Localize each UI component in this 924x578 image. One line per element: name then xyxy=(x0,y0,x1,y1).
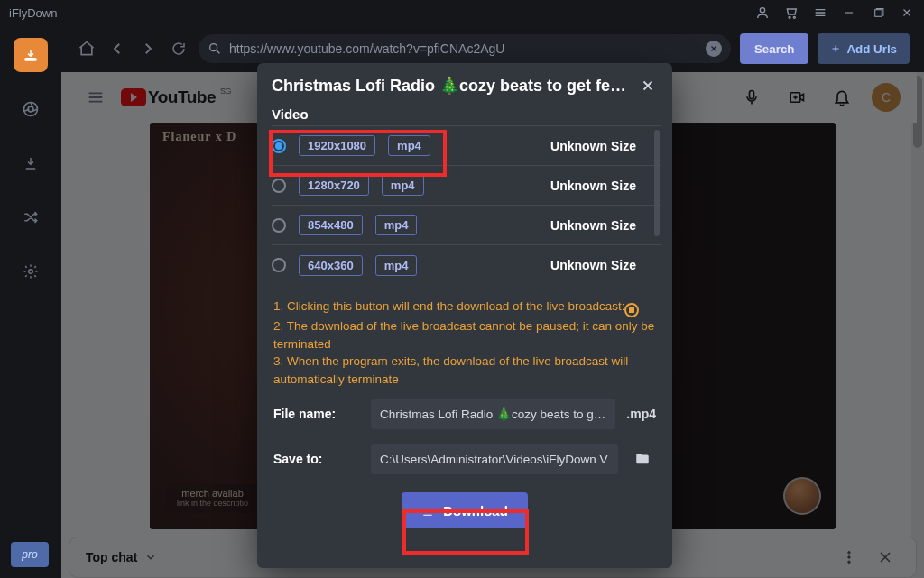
option-size: Unknown Size xyxy=(550,218,636,233)
svg-point-8 xyxy=(210,44,217,51)
stop-icon xyxy=(624,303,639,317)
download-modal: Christmas Lofi Radio 🎄cozy beats to get … xyxy=(257,63,672,568)
search-icon xyxy=(208,41,222,56)
option-radio[interactable] xyxy=(272,139,286,153)
section-video-label: Video xyxy=(257,101,672,125)
resolution-chip: 1280x720 xyxy=(299,175,369,196)
option-radio[interactable] xyxy=(272,258,286,272)
filename-input[interactable] xyxy=(371,399,615,429)
svg-point-1 xyxy=(789,16,790,18)
url-input[interactable] xyxy=(229,41,698,56)
live-broadcast-notes: 1. Clicking this button will end the dow… xyxy=(257,285,672,391)
window-maximize-icon[interactable] xyxy=(870,5,886,21)
format-chip: mp4 xyxy=(382,175,424,196)
sidebar-settings-button[interactable] xyxy=(14,254,48,289)
filename-row: File name: .mp4 xyxy=(257,391,672,436)
pro-badge[interactable]: pro xyxy=(11,542,49,567)
format-chip: mp4 xyxy=(375,255,418,276)
sidebar-downloader-button[interactable] xyxy=(14,38,48,72)
clear-url-icon[interactable] xyxy=(706,41,722,57)
download-button[interactable]: Download xyxy=(402,492,528,528)
filename-ext: .mp4 xyxy=(626,407,656,421)
download-arrow-icon xyxy=(421,504,434,517)
add-urls-button[interactable]: Add Urls xyxy=(818,33,910,64)
nav-forward-icon[interactable] xyxy=(137,38,159,60)
option-radio[interactable] xyxy=(272,179,286,193)
svg-point-0 xyxy=(760,8,764,13)
reload-icon[interactable] xyxy=(168,38,189,60)
options-scrollbar[interactable] xyxy=(654,130,660,236)
option-size: Unknown Size xyxy=(550,139,636,153)
format-chip: mp4 xyxy=(388,135,430,156)
search-button[interactable]: Search xyxy=(740,33,808,64)
nav-back-icon[interactable] xyxy=(106,38,128,60)
sidebar-downloads-button[interactable] xyxy=(14,146,48,180)
svg-point-5 xyxy=(24,103,38,116)
app-titlebar: iFlyDown xyxy=(0,0,924,25)
cart-icon[interactable] xyxy=(783,5,799,21)
plus-icon xyxy=(830,43,841,54)
note-line-2: 2. The download of the live broadcast ca… xyxy=(273,319,654,351)
option-radio[interactable] xyxy=(272,218,286,233)
app-name: iFlyDown xyxy=(9,6,57,20)
window-close-icon[interactable] xyxy=(899,5,915,21)
download-button-label: Download xyxy=(443,503,508,518)
resolution-chip: 640x360 xyxy=(299,255,363,276)
saveto-input[interactable] xyxy=(371,444,618,474)
note-line-1: 1. Clicking this button will end the dow… xyxy=(273,299,624,313)
saveto-label: Save to: xyxy=(273,452,360,466)
url-bar[interactable] xyxy=(199,34,731,63)
video-option-row[interactable]: 640x360 mp4 Unknown Size xyxy=(272,245,661,285)
svg-point-7 xyxy=(29,270,33,274)
modal-title: Christmas Lofi Radio 🎄cozy beats to get … xyxy=(272,76,629,96)
video-option-row[interactable]: 1920x1080 mp4 Unknown Size xyxy=(272,126,661,166)
video-option-row[interactable]: 1280x720 mp4 Unknown Size xyxy=(272,166,661,206)
option-size: Unknown Size xyxy=(550,179,636,193)
resolution-chip: 854x480 xyxy=(299,215,363,235)
svg-point-2 xyxy=(793,16,795,18)
sidebar-browser-button[interactable] xyxy=(14,92,48,126)
option-size: Unknown Size xyxy=(550,258,636,272)
main-menu-icon[interactable] xyxy=(812,5,828,21)
app-sidebar: pro xyxy=(0,25,61,578)
svg-rect-4 xyxy=(25,59,36,60)
user-account-icon[interactable] xyxy=(754,5,771,21)
saveto-row: Save to: xyxy=(257,436,672,482)
svg-rect-3 xyxy=(874,9,882,16)
home-icon[interactable] xyxy=(76,38,97,60)
add-urls-label: Add Urls xyxy=(846,42,897,56)
filename-label: File name: xyxy=(273,407,360,421)
video-options-list: 1920x1080 mp4 Unknown Size 1280x720 mp4 … xyxy=(272,125,661,285)
video-option-row[interactable]: 854x480 mp4 Unknown Size xyxy=(272,206,661,245)
browse-folder-icon[interactable] xyxy=(629,445,656,472)
window-minimize-icon[interactable] xyxy=(841,5,857,21)
modal-close-icon[interactable] xyxy=(638,76,658,96)
sidebar-shuffle-button[interactable] xyxy=(14,200,48,234)
resolution-chip: 1920x1080 xyxy=(299,135,375,156)
format-chip: mp4 xyxy=(375,215,418,235)
note-line-3: 3. When the program exits, the download … xyxy=(273,354,628,386)
